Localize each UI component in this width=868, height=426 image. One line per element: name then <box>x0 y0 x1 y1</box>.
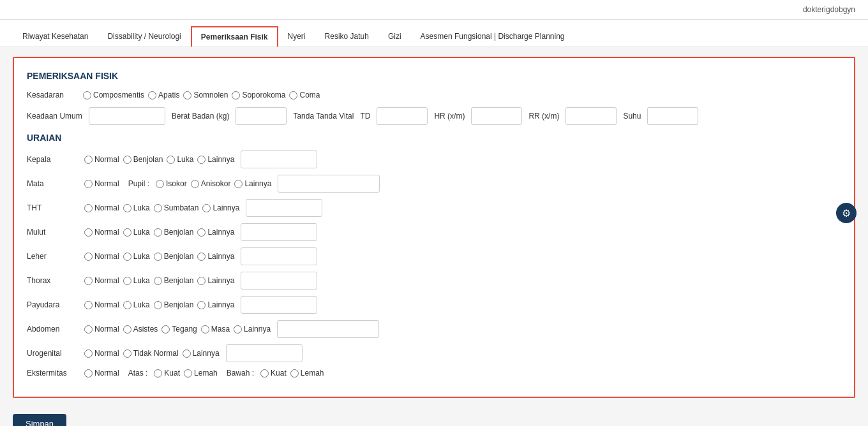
radio-soporokoma-label: Soporokoma <box>242 91 285 99</box>
atas-lemah[interactable]: Lemah <box>184 369 218 378</box>
mata-normal[interactable]: Normal <box>84 179 119 188</box>
abdomen-label: Abdomen <box>27 325 78 334</box>
payudara-normal[interactable]: Normal <box>84 300 119 309</box>
pupil-radio-group: Isokor Anisokor Lainnya <box>156 179 271 188</box>
tab-pemeriksaan-fisik[interactable]: Pemeriksaan Fisik <box>191 26 278 47</box>
kesadaran-radio-group: Composmentis Apatis Somnolen Soporokoma … <box>83 91 320 99</box>
leher-luka[interactable]: Luka <box>123 252 150 261</box>
leher-normal[interactable]: Normal <box>84 252 119 261</box>
payudara-luka[interactable]: Luka <box>123 300 150 309</box>
abdomen-lainnya[interactable]: Lainnya <box>234 325 271 334</box>
thorax-luka[interactable]: Luka <box>123 276 150 285</box>
thorax-input[interactable] <box>241 272 317 290</box>
gear-icon[interactable]: ⚙ <box>836 203 857 223</box>
tht-luka[interactable]: Luka <box>123 203 150 212</box>
tht-input[interactable] <box>246 199 322 217</box>
urogenital-normal[interactable]: Normal <box>84 349 119 358</box>
rr-input[interactable] <box>565 107 617 125</box>
tab-resiko-jatuh[interactable]: Resiko Jatuh <box>315 26 378 47</box>
save-button[interactable]: Simpan <box>13 414 66 426</box>
thorax-lainnya[interactable]: Lainnya <box>197 276 234 285</box>
atas-kuat[interactable]: Kuat <box>154 369 180 378</box>
radio-coma-input[interactable] <box>289 91 297 99</box>
thorax-benjolan[interactable]: Benjolan <box>154 276 194 285</box>
radio-coma-label: Coma <box>299 91 320 99</box>
mulut-benjolan[interactable]: Benjolan <box>154 228 194 237</box>
mulut-luka[interactable]: Luka <box>123 228 150 237</box>
mulut-normal[interactable]: Normal <box>84 228 119 237</box>
bottom-bar: Simpan <box>0 408 868 426</box>
thorax-radio-group: Normal Luka Benjolan Lainnya <box>84 276 234 285</box>
urogenital-tidak-normal[interactable]: Tidak Normal <box>123 349 179 358</box>
atas-label: Atas : <box>128 369 148 378</box>
leher-row: Leher Normal Luka Benjolan Lainnya <box>27 247 841 265</box>
urogenital-lainnya[interactable]: Lainnya <box>183 349 220 358</box>
abdomen-input[interactable] <box>277 320 379 338</box>
top-bar: dokterigdobgyn <box>0 0 868 20</box>
radio-somnolen-label: Somnolen <box>193 91 228 99</box>
urogenital-input[interactable] <box>226 344 303 362</box>
tab-dissability[interactable]: Dissability / Neurologi <box>98 26 190 47</box>
abdomen-asistes[interactable]: Asistes <box>123 325 158 334</box>
ekstermitas-normal[interactable]: Normal <box>84 369 119 378</box>
keadaan-umum-label: Keadaan Umum <box>27 112 82 121</box>
hr-input[interactable] <box>471 107 522 125</box>
bawah-kuat[interactable]: Kuat <box>260 369 287 378</box>
radio-coma[interactable]: Coma <box>289 91 320 99</box>
leher-lainnya[interactable]: Lainnya <box>197 252 234 261</box>
radio-apatis-label: Apatis <box>158 91 179 99</box>
pupil-anisokor[interactable]: Anisokor <box>191 179 231 188</box>
username-label: dokterigdobgyn <box>803 5 855 14</box>
td-input[interactable] <box>377 107 428 125</box>
kepala-row: Kepala Normal Benjolan Luka Lainnya <box>27 151 841 168</box>
kepala-luka[interactable]: Luka <box>167 155 193 164</box>
kepala-lainnya[interactable]: Lainnya <box>197 155 234 164</box>
tab-nyeri[interactable]: Nyeri <box>278 26 315 47</box>
radio-somnolen[interactable]: Somnolen <box>183 91 228 99</box>
leher-label: Leher <box>27 252 78 261</box>
abdomen-normal[interactable]: Normal <box>84 325 119 334</box>
leher-input[interactable] <box>241 247 317 265</box>
bawah-lemah[interactable]: Lemah <box>290 369 324 378</box>
section-title: PEMERIKSAAN FISIK <box>27 71 841 81</box>
tab-asesmen[interactable]: Asesmen Fungsional | Discharge Planning <box>411 26 574 47</box>
tht-lainnya[interactable]: Lainnya <box>202 203 239 212</box>
tab-gizi[interactable]: Gizi <box>378 26 411 47</box>
radio-apatis-input[interactable] <box>148 91 156 99</box>
thorax-normal[interactable]: Normal <box>84 276 119 285</box>
mulut-input[interactable] <box>241 223 317 241</box>
suhu-input[interactable] <box>647 107 698 125</box>
pupil-label: Pupil : <box>128 179 149 188</box>
payudara-lainnya[interactable]: Lainnya <box>197 300 234 309</box>
radio-soporokoma-input[interactable] <box>232 91 240 99</box>
leher-benjolan[interactable]: Benjolan <box>154 252 194 261</box>
mulut-radio-group: Normal Luka Benjolan Lainnya <box>84 228 234 237</box>
pupil-isokor[interactable]: Isokor <box>156 179 187 188</box>
keadaan-umum-input[interactable] <box>89 107 165 125</box>
ekstermitas-radio-group: Normal <box>84 369 119 378</box>
radio-apatis[interactable]: Apatis <box>148 91 179 99</box>
mulut-lainnya[interactable]: Lainnya <box>197 228 234 237</box>
pupil-lainnya[interactable]: Lainnya <box>234 179 271 188</box>
radio-soporokoma[interactable]: Soporokoma <box>232 91 285 99</box>
tab-riwayat-kesehatan[interactable]: Riwayat Kesehatan <box>13 26 98 47</box>
abdomen-tegang[interactable]: Tegang <box>161 325 197 334</box>
abdomen-radio-group: Normal Asistes Tegang Masa Lainnya <box>84 325 271 334</box>
payudara-input[interactable] <box>241 296 317 314</box>
tht-sumbatan[interactable]: Sumbatan <box>154 203 199 212</box>
mata-radio-group: Normal <box>84 179 119 188</box>
urogenital-row: Urogenital Normal Tidak Normal Lainnya <box>27 344 841 362</box>
kepala-benjolan[interactable]: Benjolan <box>123 155 163 164</box>
kepala-input[interactable] <box>241 151 317 168</box>
payudara-benjolan[interactable]: Benjolan <box>154 300 194 309</box>
vital-row: Keadaan Umum Berat Badan (kg) Tanda Tand… <box>27 107 841 125</box>
radio-composmentis-input[interactable] <box>83 91 91 99</box>
mata-input[interactable] <box>278 175 380 193</box>
kepala-normal[interactable]: Normal <box>84 155 119 164</box>
radio-somnolen-input[interactable] <box>183 91 191 99</box>
kesadaran-label: Kesadaran <box>27 91 78 99</box>
abdomen-masa[interactable]: Masa <box>201 325 230 334</box>
berat-badan-input[interactable] <box>236 107 287 125</box>
tht-normal[interactable]: Normal <box>84 203 119 212</box>
radio-composmentis[interactable]: Composmentis <box>83 91 144 99</box>
